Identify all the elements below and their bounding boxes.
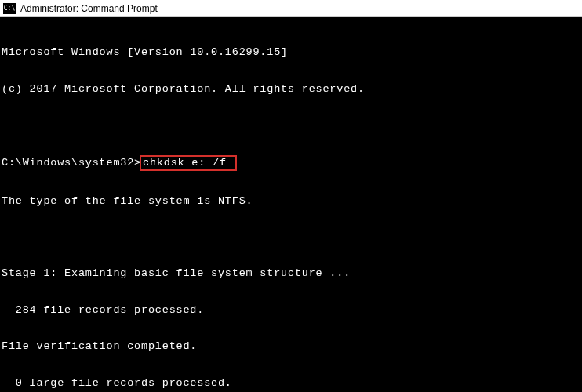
blank-line: [2, 119, 580, 131]
command-text: chkdsk e: /f: [143, 157, 234, 169]
output-line: Microsoft Windows [Version 10.0.16299.15…: [2, 46, 580, 59]
window-titlebar[interactable]: C:\ Administrator: Command Prompt: [0, 0, 582, 17]
window-title: Administrator: Command Prompt: [20, 3, 158, 14]
output-line: 0 large file records processed.: [2, 377, 580, 390]
cmd-icon-text: C:\: [4, 5, 15, 12]
prompt-path: C:\Windows\system32>: [2, 157, 141, 169]
output-line: Stage 1: Examining basic file system str…: [2, 267, 580, 280]
output-line: The type of the file system is NTFS.: [2, 195, 580, 208]
terminal-output[interactable]: Microsoft Windows [Version 10.0.16299.15…: [0, 17, 582, 392]
command-highlight: chkdsk e: /f: [140, 155, 237, 171]
output-line: File verification completed.: [2, 340, 580, 353]
output-line: (c) 2017 Microsoft Corporation. All righ…: [2, 83, 580, 96]
output-line: 284 file records processed.: [2, 304, 580, 317]
cmd-icon: C:\: [3, 3, 16, 14]
blank-line: [2, 231, 580, 243]
prompt-line: C:\Windows\system32>chkdsk e: /f: [2, 155, 580, 171]
